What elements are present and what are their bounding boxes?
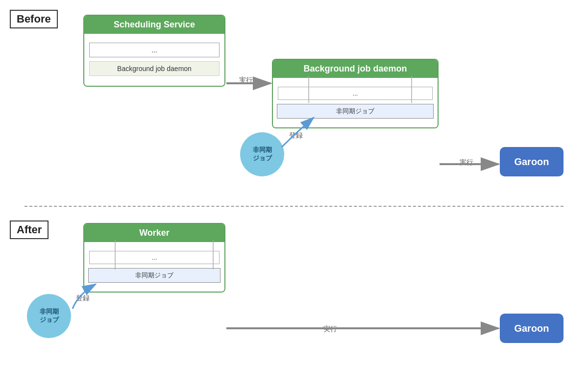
background-job-small-row: Background job daemon bbox=[89, 61, 220, 76]
garoon-box-before: Garoon bbox=[500, 147, 564, 176]
dashed-separator bbox=[24, 206, 564, 207]
async-job-row-before: 非同期ジョブ bbox=[277, 104, 434, 119]
after-label: After bbox=[10, 220, 49, 239]
scheduling-service-body: ... Background job daemon bbox=[84, 34, 224, 86]
garoon-box-after: Garoon bbox=[500, 314, 564, 343]
background-job-daemon-body: ... 非同期ジョブ bbox=[273, 78, 438, 127]
dots-row-after: ... bbox=[89, 251, 220, 264]
async-job-row-after: 非同期ジョブ bbox=[88, 268, 220, 283]
background-job-daemon-box: Background job daemon ... 非同期ジョブ bbox=[272, 59, 439, 128]
dots-row-2: ... bbox=[278, 87, 433, 100]
async-job-circle-before: 非同期 ジョブ bbox=[240, 132, 284, 176]
before-label: Before bbox=[10, 10, 58, 28]
garoon-label-after: Garoon bbox=[514, 323, 549, 334]
worker-box: Worker ... 非同期ジョブ bbox=[83, 223, 225, 293]
dots-row: ... bbox=[89, 43, 220, 57]
register-label-2: 登録 bbox=[76, 294, 90, 303]
worker-header: Worker bbox=[84, 224, 224, 242]
background-job-daemon-header: Background job daemon bbox=[273, 60, 438, 78]
register-label-1: 登録 bbox=[289, 131, 303, 140]
async-job-text-before: 非同期 ジョブ bbox=[253, 146, 272, 163]
execute-label-3: 実行 bbox=[323, 325, 337, 334]
execute-label-1: 実行 bbox=[239, 76, 253, 85]
async-job-circle-after: 非同期 ジョブ bbox=[27, 294, 71, 338]
scheduling-service-box: Scheduling Service ... Background job da… bbox=[83, 15, 225, 87]
async-job-text-after: 非同期 ジョブ bbox=[40, 308, 59, 324]
execute-label-2: 実行 bbox=[460, 158, 473, 167]
scheduling-service-header: Scheduling Service bbox=[84, 16, 224, 34]
diagram-container: Before Scheduling Service ... Background… bbox=[0, 0, 588, 392]
worker-body: ... 非同期ジョブ bbox=[84, 242, 224, 292]
garoon-label-before: Garoon bbox=[514, 156, 549, 168]
